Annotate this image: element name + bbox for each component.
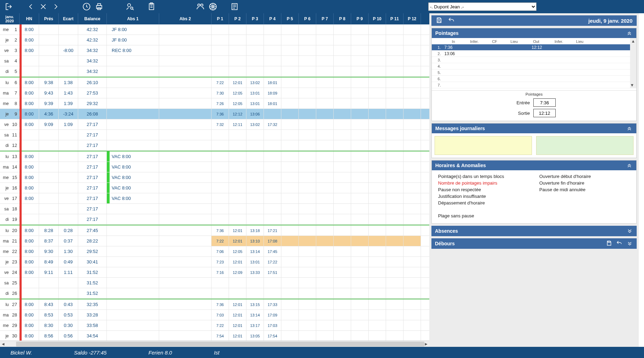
collapse-icon[interactable] — [626, 30, 633, 37]
anomaly-item: Dépassement d'horaire — [438, 200, 529, 206]
undo-icon[interactable] — [447, 17, 455, 25]
table-row[interactable]: me228:009:301:3029:527:0612:0513:1417:45 — [0, 246, 429, 257]
panel-title: Horaires & Anomalies — [435, 163, 486, 168]
table-row[interactable]: me158:0027:17VAC 8:00 — [0, 172, 429, 183]
expand-icon[interactable] — [626, 240, 633, 247]
col-p4: P 4 — [264, 13, 281, 24]
exit-icon[interactable] — [3, 0, 15, 13]
table-row[interactable]: ma148:0027:17VAC 8:00 — [0, 162, 429, 172]
pointage-row[interactable]: 3. — [432, 57, 636, 63]
table-row[interactable]: lu278:008:430:4332:357:3612:0113:1517:33 — [0, 299, 429, 310]
scroll-down-icon[interactable]: ▼ — [630, 82, 634, 88]
table-row[interactable]: di1227:17 — [0, 140, 429, 151]
table-row[interactable]: sa434:32 — [0, 56, 429, 66]
entree-label: Entrée — [512, 100, 530, 105]
people-icon[interactable] — [194, 0, 207, 13]
pointages-header: In Infer. CF Lieu Out Infer. Lieu — [432, 38, 636, 44]
panel-messages: Messages journaliers — [431, 123, 637, 158]
panel-title: Pointages — [435, 30, 459, 36]
svg-point-11 — [212, 6, 214, 7]
table-row[interactable]: me18:0042:32JF 8:00 — [0, 24, 429, 35]
pointage-row[interactable]: 2.13:06 — [432, 51, 636, 57]
user-select[interactable]: -. Dupont Jean .- — [428, 2, 536, 11]
panel-absences[interactable]: Absences — [431, 226, 637, 236]
scroll-left-icon[interactable]: ◄ — [0, 341, 6, 347]
table-row[interactable]: je308:008:560:5634:547:5412:0113:0517:54 — [0, 331, 429, 341]
wheel-icon[interactable] — [207, 0, 219, 13]
collapse-icon[interactable] — [626, 125, 633, 132]
col-p10: P 10 — [369, 13, 386, 24]
pointage-row[interactable]: 6. — [432, 76, 636, 82]
table-row[interactable]: ma288:008:530:5333:287:0312:0113:1417:09 — [0, 310, 429, 320]
col-p9: P 9 — [351, 13, 369, 24]
timesheet-grid: janv.2020 HN Prés Ecart Balance Abs 1 Ab… — [0, 13, 429, 347]
table-row[interactable]: je98:004:36-3:2426:087:3612:1213:06 — [0, 109, 429, 119]
col-ecart: Ecart — [59, 13, 78, 24]
col-p2: P 2 — [229, 13, 246, 24]
pointage-row[interactable]: 4. — [432, 63, 636, 69]
save-icon[interactable] — [436, 17, 443, 25]
table-row[interactable]: je238:008:490:4930:417:2312:0113:0117:22 — [0, 257, 429, 267]
message-box-yellow[interactable] — [435, 136, 532, 155]
scroll-thumb[interactable] — [16, 342, 424, 346]
table-row[interactable]: di534:32 — [0, 66, 429, 77]
pointage-row[interactable]: 5. — [432, 69, 636, 76]
top-toolbar: -. Dupont Jean .- — [0, 0, 644, 13]
prev-icon[interactable] — [24, 0, 37, 13]
table-row[interactable]: sa2531:52 — [0, 278, 429, 288]
pointage-row[interactable]: 7. — [432, 82, 636, 88]
svg-point-4 — [128, 3, 131, 7]
expand-icon[interactable] — [626, 228, 633, 235]
save-icon[interactable] — [606, 240, 612, 247]
table-row[interactable]: me88:009:391:3929:327:2612:0513:0118:01 — [0, 98, 429, 109]
svg-point-8 — [198, 4, 200, 6]
table-row[interactable]: je28:0042:32JF 8:00 — [0, 35, 429, 45]
entree-input[interactable] — [533, 98, 556, 107]
pointage-row[interactable]: 1.7:3612:12 — [432, 44, 636, 51]
anomaly-item: Nombre de pointages impairs — [438, 180, 529, 186]
panel-debours[interactable]: Débours — [431, 238, 637, 249]
table-row[interactable]: di2631:52 — [0, 288, 429, 299]
table-row[interactable]: lu208:008:280:2827:457:3612:0113:1817:21 — [0, 225, 429, 236]
table-row[interactable]: ve178:0027:17VAC 8:00 — [0, 193, 429, 204]
table-row[interactable]: sa1827:17 — [0, 204, 429, 214]
table-row[interactable]: di1927:17 — [0, 214, 429, 225]
table-row[interactable]: ve108:009:091:0927:177:3212:1113:0217:32 — [0, 119, 429, 130]
horizontal-scrollbar[interactable]: ◄ ► — [0, 341, 429, 347]
svg-rect-14 — [438, 21, 441, 22]
svg-rect-2 — [98, 3, 101, 5]
pointages-scrollbar[interactable]: ▲ ▼ — [630, 38, 636, 88]
table-row[interactable]: me298:008:300:3033:587:2212:0113:1717:03 — [0, 320, 429, 331]
table-row[interactable]: ma78:009:431:4327:537:3012:0513:0118:09 — [0, 88, 429, 98]
document-icon[interactable] — [228, 0, 241, 13]
table-row[interactable]: sa1127:17 — [0, 130, 429, 140]
anomaly-item: Plage sans pause — [438, 213, 529, 218]
table-row[interactable]: ve248:009:111:1131:527:1612:0913:3317:51 — [0, 267, 429, 278]
pointages-fields: Pointages Entrée Sortie — [432, 88, 636, 121]
collapse-icon[interactable] — [626, 162, 633, 169]
table-row[interactable]: lu68:009:381:3826:107:2212:0113:0218:01 — [0, 77, 429, 88]
table-row[interactable]: lu138:0027:17VAC 8:00 — [0, 151, 429, 162]
today-icon[interactable] — [37, 0, 50, 13]
grid-header: janv.2020 HN Prés Ecart Balance Abs 1 Ab… — [0, 13, 429, 24]
next-icon[interactable] — [50, 0, 62, 13]
undo-icon[interactable] — [616, 240, 623, 247]
status-ferien: Ferien 8.0 — [148, 350, 172, 356]
clock-icon[interactable] — [80, 0, 93, 13]
panel-title: Débours — [435, 241, 455, 246]
svg-rect-1 — [96, 6, 102, 9]
person-search-icon[interactable] — [124, 0, 136, 13]
anomaly-item — [438, 207, 529, 212]
message-box-green[interactable] — [536, 136, 634, 155]
sortie-input[interactable] — [533, 109, 556, 117]
selected-date: jeudi, 9 janv. 2020 — [589, 18, 632, 24]
anomaly-item: Pause non respectée — [438, 187, 529, 192]
scroll-right-icon[interactable]: ► — [423, 341, 429, 347]
print-icon[interactable] — [93, 0, 105, 13]
anomaly-item: Justification insuffisante — [438, 194, 529, 199]
clipboard-icon[interactable] — [145, 0, 158, 13]
table-row[interactable]: je168:0027:17VAC 8:00 — [0, 183, 429, 193]
table-row[interactable]: ma218:008:370:3728:227:2212:0113:1017:08 — [0, 236, 429, 246]
table-row[interactable]: ve38:00-8:0034:32REC 8:00 — [0, 45, 429, 56]
scroll-up-icon[interactable]: ▲ — [630, 38, 636, 44]
